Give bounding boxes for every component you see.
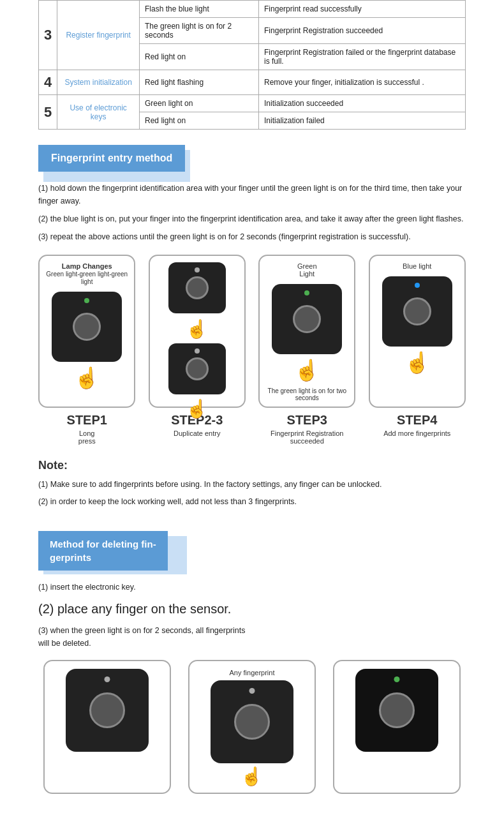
row-num-4: 4	[39, 70, 57, 95]
step2-hand-bottom: ☝	[186, 398, 208, 419]
step4-item: Blue light ☝ STEP4 Add more fingerprints	[366, 255, 468, 445]
bottom-device-2: Any fingerprint ☝	[188, 660, 316, 794]
table-cell-action: Green light on	[140, 95, 259, 112]
table-cell-result: Fingerprint read successfully	[259, 1, 466, 18]
step1-hand: ☝	[74, 366, 100, 390]
bottom-device-3-dot	[394, 676, 399, 682]
step3-circle	[293, 305, 321, 333]
row-num-5: 5	[39, 95, 57, 130]
step4-box: Blue light ☝	[369, 255, 466, 408]
step1-sublabel: Green light-green light-green light	[46, 271, 128, 285]
step2-device-bottom	[168, 343, 226, 394]
bottom-device-2-img	[211, 680, 293, 763]
step3-top-label: GreenLight	[297, 262, 317, 278]
table-row: 4 System initialization Red light flashi…	[39, 70, 466, 95]
row-label-3: Register fingerprint	[57, 1, 140, 70]
note-section: Note: (1) Make sure to add fingerprints …	[0, 451, 504, 519]
table-section: 3 Register fingerprint Flash the blue li…	[0, 0, 504, 130]
step2-device-top	[168, 262, 226, 313]
step2-dot-top	[195, 267, 200, 273]
bottom-device-2-hand: ☝	[241, 766, 263, 787]
bottom-devices-row: Any fingerprint ☝	[0, 660, 504, 794]
fingerprint-instructions: (1) hold down the fingerprint identifica…	[0, 182, 504, 243]
table-cell-action: Red light flashing	[140, 70, 259, 95]
delete-instruction-1: (1) insert the electronic key.	[38, 581, 466, 594]
note-title: Note:	[38, 459, 466, 472]
table-cell-result: Initialization succeeded	[259, 95, 466, 112]
bottom-device-1-dot	[105, 676, 110, 682]
row-label-5: Use of electronic keys	[57, 95, 140, 130]
delete-section-header: Method for deleting fin-gerprints	[38, 531, 466, 571]
step2-item: ☝ ☝ STEP2-3 Duplicate entry	[146, 255, 248, 445]
bottom-device-2-label: Any fingerprint	[230, 669, 275, 676]
table-cell-result: Fingerprint Registration succeeded	[259, 18, 466, 44]
bottom-device-2-circle	[234, 704, 270, 740]
step2-dot-bottom	[195, 348, 200, 354]
bottom-device-1-circle	[89, 692, 125, 728]
info-table: 3 Register fingerprint Flash the blue li…	[38, 0, 466, 130]
table-cell-result: Initialization failed	[259, 112, 466, 130]
note-item-2: (2) in order to keep the lock working we…	[38, 496, 466, 508]
delete-title: Method for deleting fin-gerprints	[38, 531, 168, 571]
table-cell-action: Red light on	[140, 112, 259, 130]
step2-devices: ☝ ☝	[168, 262, 226, 419]
step3-box: GreenLight ☝ The green light is on for t…	[258, 255, 355, 408]
step4-device	[382, 276, 452, 347]
step2-circle-top	[186, 276, 209, 299]
step3-number: STEP3	[287, 413, 327, 428]
delete-instruction-3: (3) when the green light is on for 2 sec…	[38, 624, 466, 650]
row-num-3: 3	[39, 1, 57, 70]
step1-device	[52, 292, 122, 362]
step4-circle	[403, 297, 431, 325]
step1-item: Lamp Changes Green light-green light-gre…	[36, 255, 138, 445]
bottom-device-2-dot	[249, 688, 255, 694]
step4-hand: ☝	[404, 350, 430, 375]
step2-box: ☝ ☝	[149, 255, 246, 408]
bottom-device-3-circle	[379, 692, 415, 728]
step1-desc: Longpress	[78, 429, 96, 445]
instruction-3: (3) repeat the above actions until the g…	[38, 230, 466, 243]
step2-circle-bottom	[186, 357, 209, 380]
fingerprint-section-header: Fingerprint entry method	[38, 145, 466, 172]
delete-instruction-2-large: (2) place any finger on the sensor.	[38, 599, 466, 619]
instruction-2: (2) the blue light is on, put your finge…	[38, 213, 466, 225]
step4-top-label: Blue light	[403, 262, 431, 270]
step3-hand: ☝	[294, 358, 320, 382]
step3-bottom-text: The green light is on for two seconds	[262, 387, 352, 401]
step3-item: GreenLight ☝ The green light is on for t…	[256, 255, 358, 445]
table-cell-action: Red light on	[140, 44, 259, 70]
step1-box: Lamp Changes Green light-green light-gre…	[38, 255, 135, 408]
step4-dot	[415, 283, 420, 288]
delete-instructions: (1) insert the electronic key. (2) place…	[0, 581, 504, 650]
instruction-1: (1) hold down the fingerprint identifica…	[38, 182, 466, 207]
bottom-device-3-img	[355, 669, 438, 752]
step1-circle	[73, 313, 101, 341]
steps-row: Lamp Changes Green light-green light-gre…	[0, 255, 504, 445]
table-cell-result: Remove your finger, initialization is su…	[259, 70, 466, 95]
table-row: 3 Register fingerprint Flash the blue li…	[39, 1, 466, 18]
step1-top-label: Lamp Changes Green light-green light-gre…	[43, 262, 130, 285]
table-cell-action: The green light is on for 2 seconds	[140, 18, 259, 44]
bottom-device-3	[333, 660, 461, 794]
fingerprint-title: Fingerprint entry method	[38, 145, 185, 172]
step3-desc: Fingerprint Registrationsucceeded	[271, 429, 343, 445]
step1-dot	[84, 298, 89, 303]
step2-hand-top: ☝	[186, 318, 208, 340]
row-label-4: System initialization	[57, 70, 140, 95]
step3-dot	[304, 290, 309, 295]
table-cell-result: Fingerprint Registration failed or the f…	[259, 44, 466, 70]
bottom-device-1-img	[66, 669, 149, 752]
step2-desc: Duplicate entry	[174, 429, 220, 437]
step1-number: STEP1	[67, 413, 107, 428]
step4-number: STEP4	[397, 413, 437, 428]
table-row: 5 Use of electronic keys Green light on …	[39, 95, 466, 112]
step4-desc: Add more fingerprints	[383, 429, 450, 437]
step3-device	[272, 284, 342, 354]
note-item-1: (1) Make sure to add fingerprints before…	[38, 479, 466, 491]
table-cell-action: Flash the blue light	[140, 1, 259, 18]
bottom-device-1	[43, 660, 171, 794]
